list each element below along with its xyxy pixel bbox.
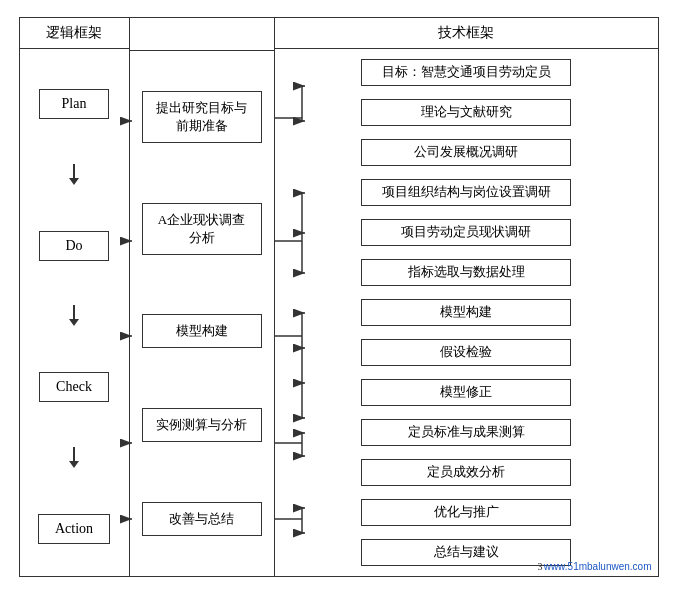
page-number-text: 3 [538,561,543,572]
right-box-6: 指标选取与数据处理 [361,259,571,286]
check-group: Check [20,372,129,402]
watermark-text: www.51mbalunwen.com [544,561,652,572]
mid-nodes: 提出研究目标与前期准备 A企业现状调查分析 模型构建 实例测算与分析 改善与总结 [130,51,274,576]
right-label-8: 假设检验 [440,345,492,359]
right-label-7: 模型构建 [440,305,492,319]
left-col-title: 逻辑框架 [20,18,129,49]
right-box-2: 理论与文献研究 [361,99,571,126]
right-label-10: 定员标准与成果测算 [408,425,525,439]
right-label-1: 目标：智慧交通项目劳动定员 [382,65,551,79]
do-box: Do [39,231,109,261]
right-label-6: 指标选取与数据处理 [408,265,525,279]
mid-box-5: 改善与总结 [142,502,262,536]
right-box-8: 假设检验 [361,339,571,366]
mid-label-3: 模型构建 [176,323,228,338]
right-label-11: 定员成效分析 [427,465,505,479]
right-column: 技术框架 目标：智慧交通项目劳动定员 理论与文献研究 公司发展概况调研 项目组织… [275,18,658,576]
arrow-check-action [69,447,79,469]
plan-group: Plan [20,89,129,119]
right-box-11: 定员成效分析 [361,459,571,486]
mid-label-5: 改善与总结 [169,511,234,526]
left-col-title-text: 逻辑框架 [46,24,102,42]
right-box-3: 公司发展概况调研 [361,139,571,166]
right-box-7: 模型构建 [361,299,571,326]
left-column: 逻辑框架 Plan Do [20,18,130,576]
check-box: Check [39,372,109,402]
mid-box-3: 模型构建 [142,314,262,348]
mid-column: 提出研究目标与前期准备 A企业现状调查分析 模型构建 实例测算与分析 改善与总结 [130,18,275,576]
page-number: 3 [538,561,543,572]
mid-box-4: 实例测算与分析 [142,408,262,442]
action-group: Action [20,514,129,544]
plan-label: Plan [62,96,87,111]
plan-box: Plan [39,89,109,119]
mid-label-1: 提出研究目标与前期准备 [156,100,247,133]
arrow-plan-do [69,164,79,186]
mid-label-2: A企业现状调查分析 [158,212,245,245]
right-label-2: 理论与文献研究 [421,105,512,119]
mid-box-1: 提出研究目标与前期准备 [142,91,262,143]
right-label-5: 项目劳动定员现状调研 [401,225,531,239]
action-label: Action [55,521,93,536]
right-box-12: 优化与推广 [361,499,571,526]
right-box-4: 项目组织结构与岗位设置调研 [361,179,571,206]
right-label-12: 优化与推广 [434,505,499,519]
right-box-1: 目标：智慧交通项目劳动定员 [361,59,571,86]
right-col-title-text: 技术框架 [438,25,494,40]
right-box-10: 定员标准与成果测算 [361,419,571,446]
mid-label-4: 实例测算与分析 [156,417,247,432]
check-label: Check [56,379,92,394]
right-col-title: 技术框架 [275,18,658,49]
logic-nodes: Plan Do Check [20,49,129,576]
do-label: Do [65,238,82,253]
mid-spacer [130,18,274,51]
diagram-container: 逻辑框架 Plan Do [19,17,659,577]
right-label-3: 公司发展概况调研 [414,145,518,159]
right-label-13: 总结与建议 [434,545,499,559]
mid-box-2: A企业现状调查分析 [142,203,262,255]
right-box-5: 项目劳动定员现状调研 [361,219,571,246]
do-group: Do [20,231,129,261]
action-box: Action [38,514,110,544]
arrow-do-check [69,305,79,327]
watermark: www.51mbalunwen.com [544,561,652,572]
right-box-9: 模型修正 [361,379,571,406]
right-nodes: 目标：智慧交通项目劳动定员 理论与文献研究 公司发展概况调研 项目组织结构与岗位… [275,49,658,576]
right-label-4: 项目组织结构与岗位设置调研 [382,185,551,199]
right-label-9: 模型修正 [440,385,492,399]
